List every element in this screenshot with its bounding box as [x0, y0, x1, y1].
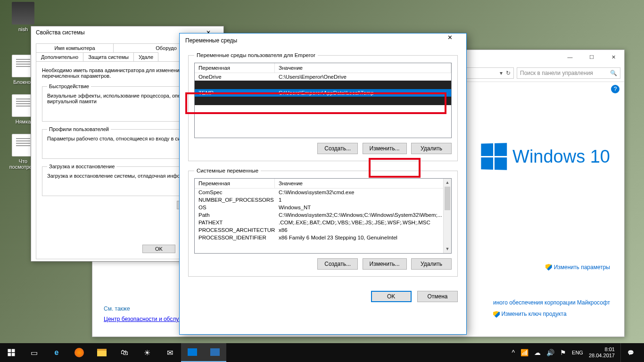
env-titlebar[interactable]: Переменные среды ✕	[180, 33, 466, 48]
table-row[interactable]: PROCESSOR_IDENTIFIERx86 Family 6 Model 2…	[195, 234, 451, 241]
windows-logo-icon	[481, 143, 507, 170]
volume-icon[interactable]: 🔊	[546, 349, 554, 356]
maximize-button[interactable]: ☐	[581, 50, 603, 64]
env-main-buttons: OK Отмена	[180, 288, 466, 309]
firefox-icon[interactable]	[68, 343, 91, 362]
table-row[interactable]	[195, 81, 451, 89]
link-change-params[interactable]: Изменить параметры	[545, 264, 610, 271]
link-software[interactable]: иного обеспечения корпорации Майкрософт	[493, 299, 610, 306]
sys-vars-group: Системные переменные Переменная Значение…	[188, 168, 458, 277]
sys-vars-buttons: Создать... Изменить... Удалить	[194, 258, 452, 270]
new-sys-var-button[interactable]: Создать...	[317, 258, 358, 270]
svg-rect-1	[12, 349, 15, 353]
search-input[interactable]: Поиск в панели управления🔍	[517, 67, 620, 79]
edit-sys-var-button[interactable]: Изменить...	[363, 258, 407, 270]
scroll-down-icon[interactable]: ▼	[444, 245, 451, 253]
delete-sys-var-button[interactable]: Удалить	[411, 258, 452, 270]
start-button[interactable]	[0, 343, 23, 362]
delete-user-var-button[interactable]: Удалить	[411, 143, 452, 154]
table-row[interactable]	[195, 97, 451, 105]
taskview-button[interactable]: ▭	[23, 343, 45, 362]
cp-bottom-links: иного обеспечения корпорации Майкрософт …	[493, 299, 610, 318]
scroll-up-icon[interactable]: ▲	[444, 179, 451, 187]
tab-computer-name[interactable]: Имя компьютера	[36, 43, 114, 52]
shield-icon	[493, 311, 500, 318]
search-icon: 🔍	[610, 70, 617, 76]
clock[interactable]: 8:01 28.04.2017	[589, 346, 615, 359]
user-vars-table[interactable]: Переменная Значение OneDriveC:\Users\Emp…	[194, 63, 452, 138]
col-variable[interactable]: Переменная	[195, 63, 275, 73]
edge-icon[interactable]: e	[45, 343, 68, 362]
env-title: Переменные среды	[185, 37, 237, 44]
table-header: Переменная Значение	[195, 63, 451, 73]
sys-vars-table[interactable]: Переменная Значение ComSpecC:\Windows\sy…	[194, 178, 452, 254]
tab-advanced[interactable]: Дополнительно	[36, 52, 83, 61]
new-user-var-button[interactable]: Создать...	[317, 143, 358, 154]
store-icon[interactable]: 🛍	[113, 343, 136, 362]
explorer-icon[interactable]	[91, 343, 113, 362]
table-row[interactable]: PROCESSOR_ARCHITECTUREx86	[195, 226, 451, 234]
scroll-thumb[interactable]	[445, 187, 450, 210]
refresh-icon[interactable]: ↻	[506, 70, 511, 76]
windows-brand: Windows 10	[480, 143, 610, 170]
cancel-button[interactable]: Отмена	[417, 291, 458, 302]
col-value[interactable]: Значение	[275, 179, 451, 188]
table-row[interactable]: NUMBER_OF_PROCESSORS1	[195, 196, 451, 204]
taskbar: ▭ e 🛍 ☀ ✉ ^ 📶 ☁ 🔊 ⚑ ENG 8:01 28.04.2017 …	[0, 343, 644, 362]
mail-icon[interactable]: ✉	[158, 343, 181, 362]
svg-rect-2	[8, 353, 11, 356]
minimize-button[interactable]: —	[559, 50, 581, 64]
col-variable[interactable]: Переменная	[195, 179, 275, 188]
svg-rect-3	[12, 353, 15, 356]
tab-protection[interactable]: Защита системы	[83, 52, 134, 61]
svg-rect-0	[8, 349, 11, 353]
sysprops-title: Свойства системы	[36, 29, 85, 37]
control-panel-icon[interactable]	[181, 343, 204, 362]
table-row[interactable]: ComSpecC:\Windows\system32\cmd.exe	[195, 189, 451, 196]
col-value[interactable]: Значение	[275, 63, 451, 73]
help-icon[interactable]: ?	[611, 85, 619, 93]
close-button[interactable]: ✕	[603, 50, 624, 64]
shield-icon	[545, 264, 552, 271]
ok-button[interactable]: OK	[371, 291, 412, 302]
notification-button[interactable]: 💬	[620, 343, 640, 362]
env-vars-dialog: Переменные среды ✕ Переменные среды поль…	[179, 33, 467, 335]
table-row[interactable]: PathC:\Windows\system32;C:\Windows;C:\Wi…	[195, 211, 451, 219]
cp-links: Изменить параметры	[545, 261, 610, 272]
tray-chevron-icon[interactable]: ^	[512, 349, 515, 356]
table-row[interactable]: TEMPC:\Users\Emperor\AppData\Local\Temp	[195, 89, 451, 97]
edit-user-var-button[interactable]: Изменить...	[363, 143, 407, 154]
user-vars-group: Переменные среды пользователя для Empero…	[188, 52, 458, 161]
table-row[interactable]: PATHEXT.COM;.EXE;.BAT;.CMD;.VBS;.VBE;.JS…	[195, 219, 451, 226]
table-row[interactable]: OSWindows_NT	[195, 204, 451, 211]
scrollbar[interactable]: ▲ ▼	[443, 179, 451, 253]
network-icon[interactable]: 📶	[520, 349, 528, 356]
close-button[interactable]: ✕	[439, 33, 461, 48]
onedrive-icon[interactable]: ☁	[534, 349, 541, 356]
table-row[interactable]: OneDriveC:\Users\Emperor\OneDrive	[195, 73, 451, 81]
system-properties-icon[interactable]	[204, 343, 226, 362]
action-icon[interactable]: ⚑	[560, 349, 566, 356]
tab-remote[interactable]: Удале	[133, 52, 158, 61]
ok-button[interactable]: OK	[142, 245, 175, 253]
link-change-key[interactable]: Изменить ключ продукта	[493, 311, 567, 317]
table-header: Переменная Значение	[195, 179, 451, 189]
system-tray: ^ 📶 ☁ 🔊 ⚑ ENG 8:01 28.04.2017 💬	[512, 343, 644, 362]
user-vars-buttons: Создать... Изменить... Удалить	[194, 143, 452, 154]
weather-icon[interactable]: ☀	[136, 343, 158, 362]
language-indicator[interactable]: ENG	[572, 350, 583, 355]
